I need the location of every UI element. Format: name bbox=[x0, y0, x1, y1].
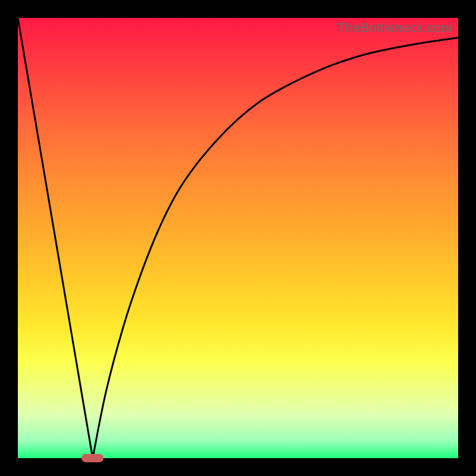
right-curve-path bbox=[93, 37, 458, 458]
chart-frame: TheBottleneck.com bbox=[0, 0, 476, 476]
left-line-path bbox=[18, 18, 93, 458]
curve-layer bbox=[18, 18, 458, 458]
plot-area: TheBottleneck.com bbox=[18, 18, 458, 458]
valley-marker bbox=[82, 454, 104, 462]
